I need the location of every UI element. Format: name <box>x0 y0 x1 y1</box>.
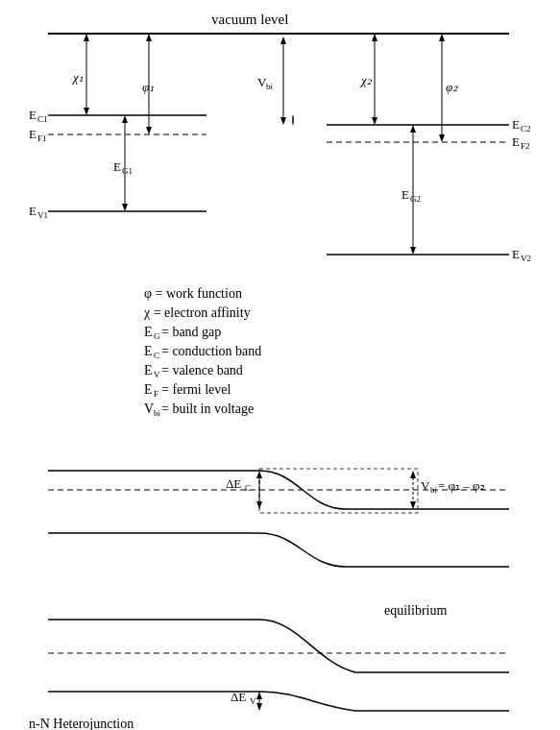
legend-vbi-sub: bi <box>154 408 161 418</box>
svg-marker-5 <box>84 34 89 41</box>
svg-rect-41 <box>259 469 418 513</box>
svg-marker-24 <box>410 247 416 255</box>
legend-ec: E <box>144 344 153 358</box>
legend-vbi: V <box>144 402 154 416</box>
delta-ev-label: ΔE <box>231 690 246 704</box>
delta-ec-label: ΔE <box>226 476 241 491</box>
svg-marker-18 <box>372 117 377 125</box>
legend-eg-text: = band gap <box>161 325 221 339</box>
legend-ef: E <box>144 382 153 397</box>
legend-ef-text: = fermi level <box>161 382 231 397</box>
legend-chi: χ = electron affinity <box>143 305 251 320</box>
svg-marker-39 <box>410 471 416 478</box>
legend-ev: E <box>144 363 153 377</box>
eg2-label: E <box>402 187 409 202</box>
svg-marker-21 <box>439 134 445 142</box>
ev2-subscript: V2 <box>521 254 531 263</box>
legend-ef-sub: F <box>154 389 158 399</box>
vbi-eq-label: V <box>421 478 430 493</box>
legend-ec-text: = conduction band <box>161 344 261 358</box>
vacuum-level-label: vacuum level <box>211 12 288 27</box>
vbi-subscript: bi <box>266 82 274 91</box>
legend-phi: φ = work function <box>144 286 242 301</box>
delta-ec-sub: C <box>245 483 251 493</box>
svg-marker-8 <box>146 34 152 41</box>
diagram-container: vacuum level E C1 E F1 E V1 χ₁ φ₁ E G1 E… <box>0 0 560 730</box>
svg-marker-49 <box>256 703 262 711</box>
ec1-label: E <box>29 108 37 122</box>
equilibrium-label: equilibrium <box>384 603 447 618</box>
heterojunction-label: n-N Heterojunction <box>29 717 134 730</box>
ev2-label: E <box>512 247 520 261</box>
svg-marker-6 <box>84 108 89 115</box>
svg-marker-23 <box>410 125 416 133</box>
vbi-eq-text: = φ₁ – φ₂ <box>438 478 485 493</box>
legend-ev-text: = valence band <box>161 363 243 377</box>
svg-marker-11 <box>122 115 128 123</box>
svg-marker-48 <box>256 692 262 699</box>
svg-marker-40 <box>410 501 416 509</box>
ef2-subscript: F2 <box>521 141 530 151</box>
vbi-eq-sub: bi <box>430 485 438 495</box>
eg1-label: E <box>113 159 121 174</box>
svg-marker-28 <box>280 36 286 44</box>
delta-ev-sub: V <box>250 696 256 706</box>
svg-marker-29 <box>280 117 286 125</box>
legend-eg: E <box>144 325 153 339</box>
ef2-label: E <box>512 134 520 149</box>
ev1-subscript: V1 <box>37 210 48 220</box>
phi1-label: φ₁ <box>142 80 154 94</box>
legend-ev-sub: V <box>154 370 160 379</box>
legend-ec-sub: C <box>154 351 159 360</box>
legend-eg-sub: G <box>154 331 160 341</box>
ec1-subscript: C1 <box>37 114 48 124</box>
ev1-label: E <box>29 204 37 218</box>
svg-marker-12 <box>122 204 128 211</box>
legend-vbi-text: = built in voltage <box>161 402 254 416</box>
ef1-label: E <box>29 127 37 141</box>
eg1-subscript: G1 <box>122 166 133 176</box>
svg-marker-20 <box>439 34 445 41</box>
chi2-label: χ₂ <box>359 73 373 87</box>
ec2-subscript: C2 <box>521 124 531 134</box>
phi2-label: φ₂ <box>446 80 458 94</box>
svg-marker-17 <box>372 34 377 41</box>
ec2-label: E <box>512 117 520 132</box>
svg-marker-9 <box>146 127 152 134</box>
eg2-subscript: G2 <box>410 194 421 204</box>
chi1-label: χ₁ <box>71 70 84 85</box>
ef1-subscript: F1 <box>37 134 47 143</box>
